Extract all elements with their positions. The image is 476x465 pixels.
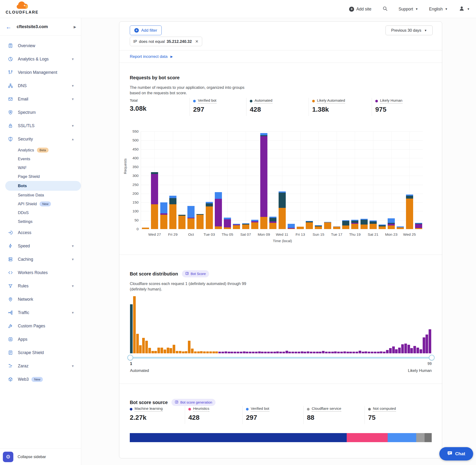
x-tick-label: Tue 03 <box>200 232 218 237</box>
add-site-button[interactable]: + Add site <box>349 7 371 12</box>
back-arrow-icon[interactable]: ← <box>6 24 11 30</box>
date-range-select[interactable]: Previous 30 days ▼ <box>386 25 433 35</box>
traffic-icon <box>8 310 13 315</box>
histogram-bar <box>261 352 264 353</box>
sidebar-item-waf[interactable]: WAF <box>0 163 81 172</box>
sidebar-item-events[interactable]: Events <box>0 155 81 163</box>
sidebar-item-email[interactable]: Email▼ <box>0 92 81 106</box>
site-name: cftestsite3.com <box>17 24 74 29</box>
sidebar-item-network[interactable]: Network <box>0 293 81 306</box>
preferences-gear-button[interactable]: ⚙ <box>3 452 13 462</box>
sidebar-item-ssl-tls[interactable]: SSL/TLS▼ <box>0 119 81 132</box>
histogram-bar <box>222 352 224 353</box>
sidebar-item-scrape-shield[interactable]: Scrape Shield <box>0 346 81 359</box>
histogram-bar <box>142 338 145 353</box>
search-button[interactable] <box>382 6 388 12</box>
y-tick-label: 200 <box>126 191 138 196</box>
sidebar-item-analytics-logs[interactable]: Analytics & Logs▼ <box>0 52 81 66</box>
histogram-bar <box>252 352 254 353</box>
report-incorrect-data-link[interactable]: Report incorrect data ▶ <box>130 54 173 59</box>
sidebar-item-sensitive-data[interactable]: Sensitive Data <box>0 191 81 200</box>
histogram-bar <box>413 346 416 353</box>
x-tick-label: Sat 07 <box>237 232 255 237</box>
sidebar-item-ddos[interactable]: DDoS <box>0 208 81 217</box>
sidebar-item-page-shield[interactable]: Page Shield <box>0 172 81 181</box>
histogram-bar <box>282 352 285 353</box>
add-filter-button[interactable]: + Add filter <box>130 25 162 35</box>
sidebar-item-spectrum[interactable]: Spectrum <box>0 106 81 119</box>
requests-bar <box>260 133 267 229</box>
sidebar-item-analytics[interactable]: AnalyticsBeta <box>0 146 81 155</box>
bot-score-doc-badge[interactable]: Bot Score <box>182 270 209 277</box>
sidebar-item-access[interactable]: Access <box>0 226 81 239</box>
histogram-bar <box>334 351 337 353</box>
chevron-down-icon: ▼ <box>71 57 74 61</box>
stat-label: Total <box>130 98 147 103</box>
access-icon <box>8 230 13 235</box>
requests-bar <box>415 223 422 229</box>
histogram-bar <box>148 348 151 353</box>
histogram-bar <box>398 348 401 353</box>
gridline-vertical <box>318 131 319 229</box>
histogram-bar <box>273 352 276 353</box>
histogram-bar <box>203 351 206 353</box>
filter-chip[interactable]: IP does not equal 35.212.240.32 ✕ <box>130 37 202 46</box>
histogram-bar <box>286 351 288 353</box>
sidebar-item-settings[interactable]: Settings <box>0 217 81 226</box>
sidebar-nav: OverviewAnalytics & Logs▼Version Managem… <box>0 36 81 386</box>
divider <box>119 63 442 63</box>
collapse-sidebar-button[interactable]: Collapse sidebar <box>18 455 46 459</box>
histogram-bar <box>374 352 376 353</box>
histogram-bar <box>301 351 303 353</box>
cloudflare-logo[interactable]: CLOUDFLARE <box>4 1 40 14</box>
x-tick-label: Fri 13 <box>291 232 309 237</box>
legend-dot-icon <box>368 408 371 411</box>
rules-icon <box>8 283 13 289</box>
requests-bar-segment <box>397 227 404 229</box>
sidebar-item-label: DNS <box>18 83 27 88</box>
stat-label: Likely Human <box>375 98 402 104</box>
requests-bar-segment <box>288 224 295 228</box>
sidebar-item-speed[interactable]: Speed▼ <box>0 239 81 253</box>
sidebar: ← cftestsite3.com ▶ OverviewAnalytics & … <box>0 18 81 465</box>
histogram-bar <box>212 351 215 353</box>
remove-filter-icon[interactable]: ✕ <box>195 39 198 44</box>
sidebar-item-custom-pages[interactable]: Custom Pages <box>0 319 81 333</box>
plus-icon: + <box>134 28 139 33</box>
support-menu[interactable]: Support ▼ <box>399 7 418 12</box>
chat-button[interactable]: Chat <box>439 447 473 460</box>
sidebar-item-caching[interactable]: Caching▼ <box>0 253 81 266</box>
sidebar-item-bots[interactable]: Bots <box>5 181 81 191</box>
sidebar-item-zaraz[interactable]: Zaraz▼ <box>0 359 81 373</box>
analytics-icon <box>8 56 13 62</box>
sidebar-item-version-management[interactable]: Version Management <box>0 66 81 79</box>
requests-bar <box>379 224 386 229</box>
y-tick-label: 100 <box>126 209 138 213</box>
sidebar-item-rules[interactable]: Rules▼ <box>0 279 81 293</box>
stat-cloudflare-service: Cloudflare service88 <box>307 406 341 422</box>
stat-value: 88 <box>307 414 341 422</box>
sidebar-item-traffic[interactable]: Traffic▼ <box>0 306 81 319</box>
sidebar-item-workers-routes[interactable]: Workers Routes <box>0 266 81 279</box>
sidebar-item-security[interactable]: Security▲ <box>0 132 81 146</box>
bot-score-generation-doc-badge[interactable]: Bot score generation <box>171 399 215 406</box>
score-slider-handle-min[interactable] <box>127 355 133 360</box>
histogram-bar <box>264 352 267 353</box>
requests-bar <box>151 172 158 229</box>
book-icon <box>185 272 189 276</box>
score-slider-track[interactable] <box>130 357 432 359</box>
histogram-bar <box>249 352 252 353</box>
sidebar-item-label: DDoS <box>18 211 29 215</box>
sidebar-item-dns[interactable]: DNS▼ <box>0 79 81 92</box>
histogram-bar <box>182 351 185 353</box>
account-menu[interactable]: ▼ <box>459 5 470 13</box>
chevron-right-icon[interactable]: ▶ <box>74 25 76 29</box>
histogram-bar <box>416 348 419 353</box>
score-slider-handle-max[interactable] <box>429 355 434 360</box>
sidebar-item-apps[interactable]: Apps <box>0 333 81 346</box>
new-badge: New <box>40 201 51 206</box>
sidebar-item-overview[interactable]: Overview <box>0 39 81 52</box>
sidebar-item-web3[interactable]: Web3New <box>0 373 81 386</box>
language-menu[interactable]: English ▼ <box>429 7 448 12</box>
sidebar-item-api-shield[interactable]: API ShieldNew <box>0 200 81 208</box>
